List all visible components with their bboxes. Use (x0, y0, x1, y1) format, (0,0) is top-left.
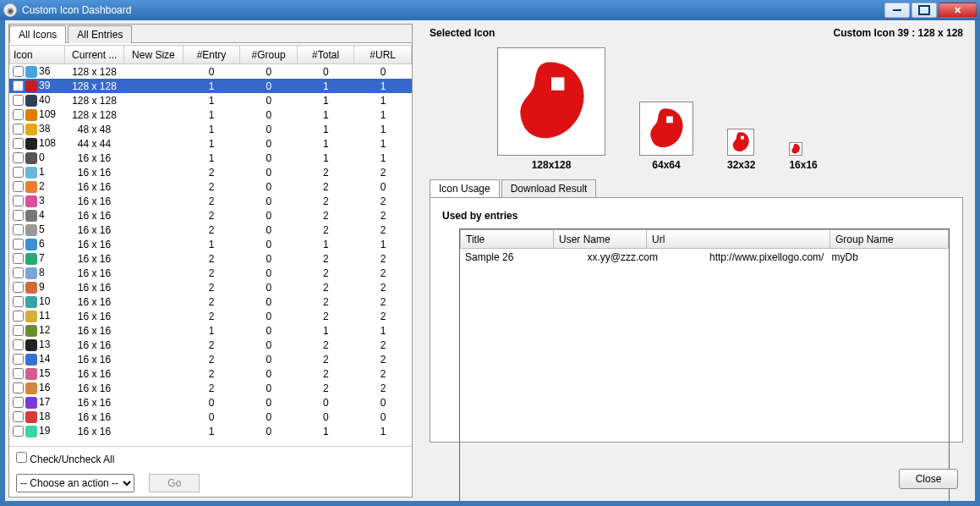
table-row[interactable]: 916 x 162022 (9, 280, 412, 294)
row-checkbox[interactable] (13, 95, 24, 106)
check-uncheck-all[interactable]: Check/Uncheck All (16, 452, 405, 465)
table-row[interactable]: 616 x 161011 (9, 237, 412, 251)
table-row[interactable]: 116 x 162022 (9, 165, 412, 179)
go-button[interactable]: Go (149, 474, 200, 492)
table-row[interactable]: 1516 x 162022 (9, 366, 412, 381)
table-row[interactable]: 416 x 162022 (9, 208, 412, 223)
row-newsize (123, 381, 183, 395)
row-checkbox[interactable] (13, 167, 24, 178)
row-group: 0 (240, 122, 298, 136)
entries-col-title[interactable]: Title (461, 230, 554, 249)
window-minimize-button[interactable] (884, 3, 910, 18)
check-all-checkbox[interactable] (16, 452, 27, 463)
row-icon (25, 138, 37, 150)
row-group: 0 (240, 179, 298, 194)
col-entry[interactable]: #Entry (183, 46, 240, 64)
action-select[interactable]: -- Choose an action -- (16, 474, 134, 492)
row-checkbox[interactable] (13, 267, 24, 278)
row-group: 0 (240, 309, 298, 323)
row-icon (25, 282, 37, 294)
table-row[interactable]: 39128 x 1281011 (9, 79, 412, 93)
row-checkbox[interactable] (13, 80, 24, 91)
tab-download-result[interactable]: Download Result (501, 179, 597, 197)
row-checkbox[interactable] (13, 210, 24, 221)
table-row[interactable]: 3848 x 481011 (9, 122, 412, 136)
table-row[interactable]: 816 x 162022 (9, 266, 412, 280)
row-checkbox[interactable] (13, 311, 24, 322)
table-row[interactable]: 1016 x 162022 (9, 294, 412, 309)
table-row[interactable]: 1316 x 162022 (9, 338, 412, 352)
row-entry: 0 (183, 64, 240, 79)
entries-col-user[interactable]: User Name (554, 230, 647, 249)
row-checkbox[interactable] (13, 382, 24, 393)
row-checkbox[interactable] (13, 282, 24, 293)
table-row[interactable]: 1616 x 162022 (9, 381, 412, 395)
table-row[interactable]: 316 x 162022 (9, 194, 412, 208)
table-row[interactable]: 40128 x 1281011 (9, 93, 412, 107)
row-checkbox[interactable] (13, 152, 24, 163)
table-row[interactable]: 1216 x 161011 (9, 323, 412, 338)
tab-icon-usage[interactable]: Icon Usage (430, 179, 500, 197)
row-checkbox[interactable] (13, 109, 24, 120)
row-checkbox[interactable] (13, 124, 24, 135)
row-newsize (123, 194, 183, 208)
window-maximize-button[interactable] (912, 3, 937, 18)
close-button[interactable]: Close (899, 469, 958, 489)
row-id: 12 (39, 324, 50, 336)
col-current[interactable]: Current ... (65, 46, 124, 64)
row-size: 128 x 128 (65, 64, 124, 79)
col-newsize[interactable]: New Size (124, 46, 183, 64)
table-row[interactable]: 109128 x 1281011 (9, 107, 412, 122)
col-url[interactable]: #URL (354, 46, 412, 64)
entries-col-url[interactable]: Url (647, 230, 830, 249)
table-row[interactable]: 1916 x 161011 (9, 424, 412, 438)
row-checkbox[interactable] (13, 224, 24, 235)
tab-all-icons[interactable]: All Icons (9, 25, 66, 43)
preview-128 (497, 47, 605, 156)
row-newsize (123, 424, 183, 438)
table-row[interactable]: 1716 x 160000 (9, 395, 412, 410)
row-icon (25, 339, 37, 351)
row-size: 16 x 16 (65, 410, 124, 424)
row-icon (25, 239, 37, 250)
table-row[interactable]: 1816 x 160000 (9, 410, 412, 424)
row-checkbox[interactable] (13, 397, 24, 408)
row-checkbox[interactable] (13, 411, 24, 422)
table-row[interactable]: 216 x 162020 (9, 179, 412, 194)
row-checkbox[interactable] (13, 195, 24, 206)
row-total: 1 (298, 93, 355, 107)
row-checkbox[interactable] (13, 426, 24, 437)
tab-all-entries[interactable]: All Entries (68, 25, 132, 43)
table-row[interactable]: 016 x 161011 (9, 151, 412, 165)
col-total[interactable]: #Total (297, 46, 354, 64)
row-checkbox[interactable] (13, 325, 24, 336)
table-row[interactable]: 716 x 162022 (9, 251, 412, 266)
col-group[interactable]: #Group (240, 46, 298, 64)
window-close-button[interactable] (939, 3, 977, 18)
row-url: 2 (354, 194, 412, 208)
entries-row[interactable]: Sample 26xx.yy@zzz.comhttp://www.pixello… (460, 249, 949, 266)
entries-col-group[interactable]: Group Name (830, 230, 949, 249)
col-icon[interactable]: Icon (10, 46, 65, 64)
row-group: 0 (240, 323, 298, 338)
row-checkbox[interactable] (13, 339, 24, 350)
row-icon (25, 368, 37, 380)
row-entry: 2 (183, 223, 240, 237)
row-checkbox[interactable] (13, 354, 24, 365)
table-row[interactable]: 1416 x 162022 (9, 352, 412, 366)
table-row[interactable]: 1116 x 162022 (9, 309, 412, 323)
row-checkbox[interactable] (13, 181, 24, 192)
preview-128-label: 128x128 (497, 159, 605, 171)
table-row[interactable]: 36128 x 1280000 (9, 64, 412, 79)
table-row[interactable]: 516 x 162022 (9, 223, 412, 237)
row-checkbox[interactable] (13, 296, 24, 307)
row-url: 1 (354, 151, 412, 165)
row-icon (25, 181, 37, 193)
row-id: 109 (39, 108, 56, 120)
row-checkbox[interactable] (13, 66, 24, 77)
row-checkbox[interactable] (13, 138, 24, 149)
row-checkbox[interactable] (13, 239, 24, 250)
row-checkbox[interactable] (13, 368, 24, 379)
table-row[interactable]: 10844 x 441011 (9, 136, 412, 151)
row-checkbox[interactable] (13, 253, 24, 264)
